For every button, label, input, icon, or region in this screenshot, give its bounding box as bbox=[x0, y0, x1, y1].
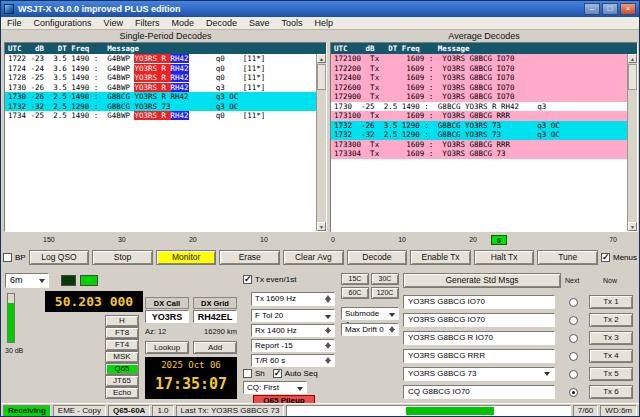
rx-freq-spinner[interactable]: Rx 1400 Hz bbox=[251, 324, 335, 337]
generate-std-msgs-button[interactable]: Generate Std Msgs bbox=[403, 273, 561, 288]
menu-item[interactable]: File bbox=[1, 17, 28, 30]
menu-item[interactable]: Save bbox=[243, 17, 276, 30]
toolbar-button[interactable]: Clear Avg bbox=[283, 250, 344, 265]
ftol-select[interactable]: F Tol 20 bbox=[251, 309, 335, 322]
scrollbar-thumb[interactable] bbox=[628, 64, 637, 90]
toolbar-button[interactable]: Stop bbox=[92, 250, 153, 265]
tx-message-field[interactable]: YO3RS G8BCG RRR bbox=[403, 349, 555, 363]
tx-now-button[interactable]: Tx 1 bbox=[589, 295, 633, 309]
toolbar-button[interactable]: Tune bbox=[537, 250, 598, 265]
decode-row[interactable]: 1732 -26 3.5 1290 : G8BCG YO3RS 73 q3 OC bbox=[331, 121, 627, 131]
menu-item[interactable]: Help bbox=[309, 17, 340, 30]
decode-row[interactable]: 1730 -26 2.5 1490 : G8BCG YO3RS R RH42 q… bbox=[5, 92, 316, 102]
scrollbar-thumb[interactable] bbox=[317, 64, 326, 90]
preset-button[interactable]: 30C bbox=[371, 273, 399, 285]
cq-first-select[interactable]: CQ: First bbox=[243, 381, 307, 394]
tx-now-button[interactable]: Tx 6 bbox=[589, 385, 633, 399]
mode-button[interactable]: FT4 bbox=[105, 339, 139, 351]
scroll-down-icon[interactable] bbox=[628, 222, 637, 231]
next-radio[interactable] bbox=[569, 370, 578, 379]
sh-checkbox[interactable]: Sh bbox=[243, 369, 265, 378]
preset-button[interactable]: 15C bbox=[341, 273, 369, 285]
menu-item[interactable]: Filters bbox=[129, 17, 166, 30]
checkbox-icon[interactable] bbox=[243, 369, 252, 378]
maximize-button-icon[interactable] bbox=[602, 3, 618, 15]
toolbar-button[interactable]: Monitor bbox=[156, 250, 217, 265]
dx-grid-field[interactable]: RH42EL bbox=[193, 310, 237, 323]
mode-button[interactable]: Q65 bbox=[105, 363, 139, 375]
mode-button[interactable]: FT8 bbox=[105, 327, 139, 339]
decode-row[interactable]: 1730 -26 3.5 1490 : G4BWP YO3RS R RH42 q… bbox=[5, 83, 316, 93]
mode-button[interactable]: H bbox=[105, 315, 139, 327]
next-radio[interactable] bbox=[569, 298, 578, 307]
decode-row[interactable]: 1732 -32 2.5 1290 : G8BCG YO3RS 73 q3 OC bbox=[5, 102, 316, 112]
checkbox-icon[interactable] bbox=[3, 253, 12, 262]
report-spinner[interactable]: Report -15 bbox=[251, 339, 335, 352]
menus-checkbox[interactable]: Menus bbox=[601, 253, 637, 262]
scroll-up-icon[interactable] bbox=[317, 54, 326, 63]
tx-message-field[interactable]: CQ G8BCG IO70 bbox=[403, 385, 555, 399]
decode-row[interactable]: 1730 -25 2.5 1490 : G8BCG YO3RS R RH42 q… bbox=[331, 102, 627, 112]
toolbar-button[interactable]: Log QSO bbox=[29, 250, 90, 265]
tx-now-button[interactable]: Tx 5 bbox=[589, 367, 633, 381]
bp-checkbox[interactable]: BP bbox=[3, 253, 26, 262]
mode-button[interactable]: JT65 bbox=[105, 375, 139, 387]
tx-message-field[interactable]: YO3RS G8BCG 73 bbox=[403, 367, 555, 381]
next-radio[interactable] bbox=[569, 316, 578, 325]
next-radio[interactable] bbox=[569, 352, 578, 361]
decode-row[interactable]: 173304 Tx 1609 : YO3RS G8BCG 73 bbox=[331, 149, 627, 159]
decode-row[interactable]: 172200 Tx 1609 : YO3RS G8BCG IO70 bbox=[331, 64, 627, 74]
menu-item[interactable]: View bbox=[98, 17, 129, 30]
dropdown-arrow-icon[interactable] bbox=[544, 372, 550, 376]
mode-button[interactable]: MSK bbox=[105, 351, 139, 363]
minimize-button-icon[interactable] bbox=[584, 3, 600, 15]
tr-period-spinner[interactable]: T/R 60 s bbox=[251, 354, 335, 367]
preset-button[interactable]: 60C bbox=[341, 287, 369, 299]
tx-now-button[interactable]: Tx 2 bbox=[589, 313, 633, 327]
submode-select[interactable]: Submode A bbox=[341, 307, 399, 320]
toolbar-button[interactable]: Decode bbox=[347, 250, 408, 265]
decode-row[interactable]: 172100 Tx 1609 : YO3RS G8BCG IO70 bbox=[331, 54, 627, 64]
max-drift-spinner[interactable]: Max Drift 0 bbox=[341, 323, 399, 336]
decode-row[interactable]: 1732 -32 2.5 1290 : G8BCG YO3RS 73 q3 OC bbox=[331, 130, 627, 140]
menu-item[interactable]: Decode bbox=[200, 17, 243, 30]
tx-freq-spinner[interactable]: Tx 1609 Hz bbox=[251, 292, 335, 306]
scrollbar[interactable] bbox=[627, 54, 637, 231]
tx-even-first-checkbox[interactable]: Tx even/1st bbox=[243, 275, 296, 284]
mode-button[interactable]: Echo bbox=[105, 387, 139, 399]
scroll-up-icon[interactable] bbox=[628, 54, 637, 63]
next-radio[interactable] bbox=[569, 334, 578, 343]
menu-item[interactable]: Mode bbox=[165, 17, 200, 30]
scrollbar[interactable] bbox=[316, 54, 326, 231]
decode-row[interactable]: 173100 Tx 1609 : YO3RS G8BCG RRR bbox=[331, 111, 627, 121]
next-radio[interactable] bbox=[569, 388, 578, 397]
menu-item[interactable]: Configurations bbox=[28, 17, 98, 30]
scroll-down-icon[interactable] bbox=[317, 222, 326, 231]
preset-button[interactable]: 120C bbox=[371, 287, 399, 299]
dx-call-field[interactable]: YO3RS bbox=[145, 310, 189, 323]
tx-now-button[interactable]: Tx 4 bbox=[589, 349, 633, 363]
lookup-button[interactable]: Lookup bbox=[145, 341, 189, 354]
toolbar-button[interactable]: Enable Tx bbox=[410, 250, 471, 265]
toolbar-button[interactable]: Erase bbox=[219, 250, 280, 265]
auto-seq-checkbox[interactable]: Auto Seq bbox=[273, 369, 318, 378]
decode-row[interactable]: 172600 Tx 1609 : YO3RS G8BCG IO70 bbox=[331, 83, 627, 93]
tx-message-field[interactable]: YO3RS G8BCG R IO70 bbox=[403, 331, 555, 345]
tx-message-field[interactable]: YO3RS G8BCG IO70 bbox=[403, 313, 555, 327]
add-button[interactable]: Add bbox=[193, 341, 237, 354]
checkbox-icon[interactable] bbox=[601, 253, 610, 262]
decode-row[interactable]: 173300 Tx 1609 : YO3RS G8BCG RRR bbox=[331, 140, 627, 150]
band-select[interactable]: 6m bbox=[5, 273, 49, 288]
checkbox-icon[interactable] bbox=[243, 275, 252, 284]
decode-row[interactable]: 172400 Tx 1609 : YO3RS G8BCG IO70 bbox=[331, 73, 627, 83]
checkbox-icon[interactable] bbox=[273, 369, 282, 378]
decode-row[interactable]: 1724 -24 3.6 1490 : G4BWP YO3RS R RH42 q… bbox=[5, 64, 316, 74]
toolbar-button[interactable]: Halt Tx bbox=[474, 250, 535, 265]
decode-row[interactable]: 1728 -25 3.5 1490 : G4BWP YO3RS R RH42 q… bbox=[5, 73, 316, 83]
menu-item[interactable]: Tools bbox=[275, 17, 308, 30]
tx-message-field[interactable]: YO3RS G8BCG IO70 bbox=[403, 295, 555, 309]
tx-now-button[interactable]: Tx 3 bbox=[589, 331, 633, 345]
decode-row[interactable]: 172900 Tx 1609 : YO3RS G8BCG IO70 bbox=[331, 92, 627, 102]
decode-row[interactable]: 1734 -25 2.5 1490 : G4BWP YO3RS R RH42 q… bbox=[5, 111, 316, 121]
decode-row[interactable]: 1722 -23 3.5 1490 : G4BWP YO3RS R RH42 q… bbox=[5, 54, 316, 64]
